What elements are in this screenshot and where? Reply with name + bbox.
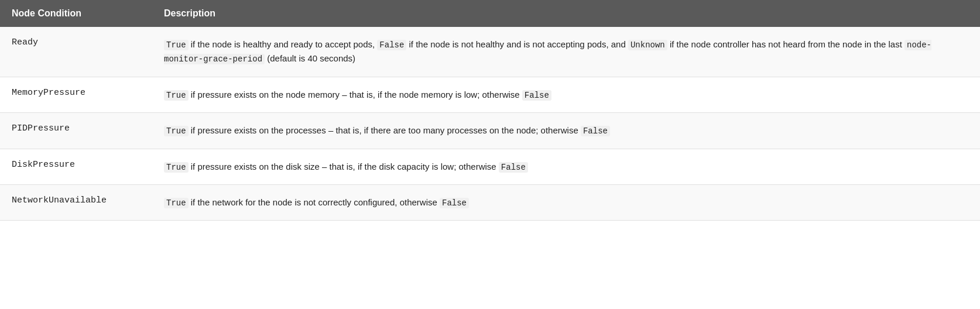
inline-code: True: [164, 126, 189, 136]
table-header-row: Node Condition Description: [0, 0, 980, 27]
description-text: if the network for the node is not corre…: [189, 197, 440, 207]
inline-code: Unknown: [628, 40, 667, 50]
table-row: PIDPressureTrue if pressure exists on th…: [0, 113, 980, 149]
table-row: ReadyTrue if the node is healthy and rea…: [0, 27, 980, 77]
description-cell: True if pressure exists on the node memo…: [152, 77, 980, 112]
node-conditions-table: Node Condition Description ReadyTrue if …: [0, 0, 980, 221]
description-cell: True if the node is healthy and ready to…: [152, 27, 980, 77]
description-text: if the node is not healthy and is not ac…: [406, 39, 628, 49]
header-description: Description: [152, 0, 980, 27]
inline-code: False: [377, 40, 406, 50]
condition-cell: DiskPressure: [0, 149, 152, 184]
inline-code: False: [522, 90, 551, 101]
inline-code: False: [440, 198, 469, 208]
condition-cell: PIDPressure: [0, 113, 152, 149]
condition-cell: NetworkUnavailable: [0, 184, 152, 220]
table-row: NetworkUnavailableTrue if the network fo…: [0, 184, 980, 220]
description-text: if pressure exists on the disk size – th…: [189, 162, 499, 171]
condition-cell: Ready: [0, 27, 152, 77]
inline-code: True: [164, 198, 189, 208]
description-text: if pressure exists on the node memory – …: [189, 90, 522, 99]
condition-cell: MemoryPressure: [0, 77, 152, 112]
inline-code: True: [164, 162, 189, 173]
description-cell: True if pressure exists on the disk size…: [152, 149, 980, 184]
inline-code: False: [499, 162, 528, 173]
description-text: if the node controller has not heard fro…: [667, 39, 904, 49]
description-cell: True if the network for the node is not …: [152, 184, 980, 220]
header-condition: Node Condition: [0, 0, 152, 27]
description-text: (default is 40 seconds): [265, 53, 355, 63]
inline-code: True: [164, 40, 189, 50]
inline-code: False: [581, 126, 610, 136]
description-text: if the node is healthy and ready to acce…: [189, 39, 378, 49]
description-cell: True if pressure exists on the processes…: [152, 113, 980, 149]
inline-code: True: [164, 90, 189, 101]
table-row: MemoryPressureTrue if pressure exists on…: [0, 77, 980, 112]
description-text: if pressure exists on the processes – th…: [189, 125, 581, 135]
table-row: DiskPressureTrue if pressure exists on t…: [0, 149, 980, 184]
